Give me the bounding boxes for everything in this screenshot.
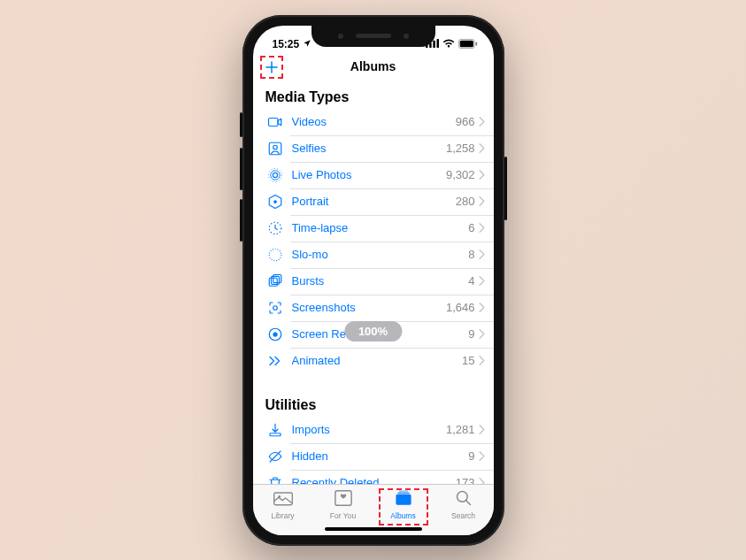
svg-rect-22 bbox=[270, 433, 281, 435]
hidden-icon bbox=[265, 447, 285, 466]
tab-search[interactable]: Search bbox=[440, 489, 488, 525]
row-portrait[interactable]: Portrait 280 bbox=[253, 188, 494, 215]
row-bursts[interactable]: Bursts 4 bbox=[253, 268, 494, 295]
svg-rect-8 bbox=[269, 142, 281, 155]
status-time: 15:25 bbox=[273, 38, 300, 50]
tab-for-you[interactable]: For You bbox=[319, 489, 367, 525]
row-count: 1,281 bbox=[446, 423, 475, 436]
row-time-lapse[interactable]: Time-lapse 6 bbox=[253, 215, 494, 242]
row-count: 9,302 bbox=[446, 168, 475, 181]
chevron-right-icon bbox=[479, 247, 485, 263]
chevron-right-icon bbox=[479, 422, 485, 438]
row-label: Portrait bbox=[292, 195, 456, 208]
wifi-icon bbox=[442, 39, 455, 48]
row-count: 8 bbox=[468, 248, 474, 261]
screen: 15:25 Albums bbox=[253, 26, 494, 535]
row-animated[interactable]: Animated 15 bbox=[253, 348, 494, 374]
svg-rect-26 bbox=[396, 494, 411, 504]
search-tab-icon bbox=[454, 489, 473, 510]
chevron-right-icon bbox=[479, 220, 485, 236]
videos-icon bbox=[265, 112, 285, 132]
chevron-right-icon bbox=[479, 475, 485, 484]
row-label: Time-lapse bbox=[292, 221, 469, 234]
row-slo-mo[interactable]: Slo-mo 8 bbox=[253, 242, 494, 268]
svg-rect-2 bbox=[433, 41, 435, 48]
svg-rect-5 bbox=[459, 40, 473, 47]
home-indicator[interactable] bbox=[325, 527, 422, 531]
svg-point-10 bbox=[273, 173, 277, 177]
media-types-list: Videos 966 Selfies 1,258 Live Photos 9,3… bbox=[253, 109, 494, 374]
svg-rect-27 bbox=[397, 492, 410, 494]
screenshots-icon bbox=[265, 298, 285, 318]
row-label: Slo-mo bbox=[292, 248, 469, 261]
row-live-photos[interactable]: Live Photos 9,302 bbox=[253, 162, 494, 188]
row-label: Selfies bbox=[292, 142, 446, 155]
chevron-right-icon bbox=[479, 300, 485, 316]
svg-rect-6 bbox=[475, 42, 477, 45]
battery-icon bbox=[458, 39, 478, 49]
row-count: 280 bbox=[456, 195, 475, 208]
animated-icon bbox=[265, 351, 285, 371]
row-label: Live Photos bbox=[292, 168, 446, 181]
row-count: 173 bbox=[456, 476, 475, 484]
row-label: Hidden bbox=[292, 449, 469, 463]
row-imports[interactable]: Imports 1,281 bbox=[253, 417, 494, 443]
chevron-right-icon bbox=[479, 353, 485, 369]
svg-point-21 bbox=[273, 332, 277, 336]
row-label: Recently Deleted bbox=[292, 476, 456, 484]
tab-label: Search bbox=[451, 511, 475, 520]
row-count: 9 bbox=[468, 327, 474, 341]
screen-recordings-icon bbox=[265, 325, 285, 344]
row-count: 9 bbox=[468, 449, 474, 463]
imports-icon bbox=[265, 420, 285, 440]
location-arrow-icon bbox=[303, 38, 311, 50]
row-hidden[interactable]: Hidden 9 bbox=[253, 443, 494, 470]
bursts-icon bbox=[265, 272, 285, 291]
portrait-icon bbox=[265, 192, 285, 211]
row-label: Screenshots bbox=[292, 301, 446, 314]
for-you-tab-icon bbox=[334, 489, 353, 510]
tab-bar: Library For You Albums Search bbox=[253, 484, 494, 535]
row-label: Bursts bbox=[292, 274, 469, 288]
live-photos-icon bbox=[265, 165, 285, 185]
row-label: Animated bbox=[292, 354, 463, 367]
row-label: Screen Recordings bbox=[292, 327, 469, 341]
row-label: Videos bbox=[292, 115, 456, 128]
svg-rect-28 bbox=[398, 490, 407, 492]
slo-mo-icon bbox=[265, 245, 285, 265]
nav-title: Albums bbox=[350, 59, 396, 73]
row-count: 1,646 bbox=[446, 301, 475, 314]
svg-rect-3 bbox=[436, 39, 439, 48]
row-count: 15 bbox=[462, 354, 474, 367]
chevron-right-icon bbox=[479, 449, 485, 464]
status-right bbox=[426, 39, 478, 52]
tab-label: Library bbox=[272, 511, 295, 520]
chevron-right-icon bbox=[479, 167, 485, 183]
tab-label: Albums bbox=[390, 511, 415, 520]
row-screenshots[interactable]: Screenshots 1,646 bbox=[253, 295, 494, 321]
svg-rect-7 bbox=[268, 118, 278, 126]
tab-albums[interactable]: Albums bbox=[380, 489, 427, 525]
row-videos[interactable]: Videos 966 bbox=[253, 109, 494, 135]
section-header-utilities: Utilities bbox=[253, 390, 494, 417]
tab-library[interactable]: Library bbox=[259, 489, 307, 525]
row-label: Imports bbox=[292, 423, 446, 436]
svg-point-24 bbox=[278, 495, 281, 497]
section-header-media-types: Media Types bbox=[253, 82, 494, 109]
svg-point-9 bbox=[273, 145, 277, 150]
notch bbox=[311, 26, 435, 47]
chevron-right-icon bbox=[479, 114, 485, 130]
recently-deleted-icon bbox=[265, 473, 285, 484]
content[interactable]: Media Types Videos 966 Selfies 1,258 Liv bbox=[253, 82, 494, 484]
nav-bar: Albums bbox=[253, 52, 494, 82]
row-screen-recordings[interactable]: Screen Recordings 9 bbox=[253, 321, 494, 348]
chevron-right-icon bbox=[479, 326, 485, 342]
selfies-icon bbox=[265, 139, 285, 158]
row-selfies[interactable]: Selfies 1,258 bbox=[253, 135, 494, 162]
albums-tab-icon bbox=[393, 489, 414, 510]
row-count: 966 bbox=[456, 115, 475, 128]
add-button[interactable] bbox=[260, 56, 283, 79]
row-recently-deleted[interactable]: Recently Deleted 173 bbox=[253, 470, 494, 484]
time-lapse-icon bbox=[265, 219, 285, 238]
row-count: 4 bbox=[468, 274, 474, 288]
